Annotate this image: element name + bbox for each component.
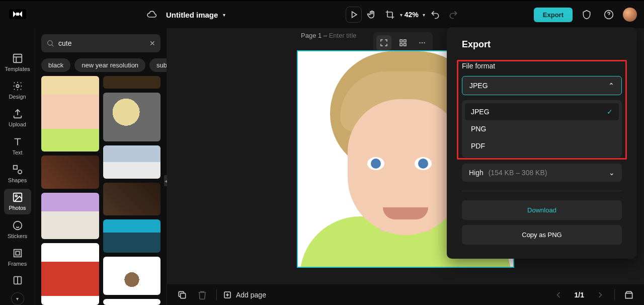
prev-page-icon [550, 287, 567, 303]
rail-label: Frames [8, 261, 27, 267]
suggestion-chips: black new year resolution subscribe [35, 58, 167, 76]
next-page-icon [592, 287, 608, 303]
photo-thumb[interactable] [103, 76, 161, 89]
chevron-down-icon: ▾ [223, 12, 225, 18]
crop-chevron-icon[interactable]: ▾ [400, 12, 403, 18]
app-logo[interactable] [9, 7, 26, 21]
chevron-up-icon: ⌃ [608, 82, 614, 90]
photo-thumb[interactable] [103, 257, 161, 295]
export-panel: Export File format JPEG ⌃ JPEG ✓ PNG PDF… [447, 27, 637, 259]
crop-tool-icon[interactable] [382, 7, 398, 23]
chip[interactable]: new year resolution [74, 58, 145, 72]
rail-templates[interactable]: Templates [4, 49, 31, 75]
svg-rect-4 [13, 54, 22, 62]
photo-grid [35, 76, 167, 305]
doc-title-text: Untitled image [166, 11, 218, 19]
format-option-pdf[interactable]: PDF [465, 137, 619, 155]
svg-rect-8 [13, 166, 17, 169]
rail-design[interactable]: Design [4, 77, 31, 103]
rail-upload[interactable]: Upload [4, 105, 31, 131]
undo-icon[interactable] [427, 7, 443, 23]
play-icon[interactable] [346, 7, 362, 23]
bottom-bar: Add page 1/1 [167, 284, 644, 305]
svg-rect-20 [404, 40, 407, 42]
svg-rect-19 [400, 40, 403, 42]
quality-label: High [469, 169, 484, 177]
fullscreen-icon[interactable] [376, 35, 391, 50]
rail-more-tool[interactable] [4, 272, 31, 288]
photo-thumb[interactable] [41, 243, 99, 305]
grid-view-icon[interactable] [395, 35, 411, 50]
format-option-png[interactable]: PNG [465, 120, 619, 137]
rail-label: Templates [5, 66, 30, 72]
top-toolbar: Untitled image ▾ ▾ 42% ▾ [0, 0, 644, 28]
layers-panel-icon[interactable] [621, 287, 637, 303]
help-icon[interactable] [601, 7, 617, 23]
clear-search-icon[interactable]: ✕ [149, 39, 155, 47]
option-label: JPEG [471, 108, 490, 116]
rail-shapes[interactable]: Shapes [4, 161, 31, 186]
rail-text[interactable]: Text [4, 133, 31, 159]
photo-thumb[interactable] [41, 156, 99, 189]
option-label: PNG [471, 125, 486, 133]
user-avatar[interactable] [623, 8, 637, 22]
rail-more-button[interactable]: ▾ [11, 292, 24, 305]
left-rail: Templates Design Upload Text Shapes Phot… [0, 28, 35, 305]
format-option-jpeg[interactable]: JPEG ✓ [465, 103, 619, 120]
rail-label: Stickers [8, 233, 27, 239]
page-indicator: Page 1 – [301, 32, 327, 39]
rail-label: Upload [9, 121, 26, 127]
svg-point-7 [16, 85, 19, 88]
zoom-level[interactable]: 42% [405, 11, 419, 19]
search-input[interactable] [54, 39, 149, 47]
chevron-down-icon: ▾ [16, 296, 19, 301]
zoom-chevron-icon[interactable]: ▾ [423, 12, 425, 18]
quality-detail: (154 KB – 308 KB) [489, 169, 547, 177]
copy-png-button[interactable]: Copy as PNG [462, 225, 622, 245]
delete-page-icon [194, 287, 210, 303]
rail-label: Photos [9, 205, 26, 211]
file-format-label: File format [462, 62, 622, 70]
photo-thumb[interactable] [103, 299, 161, 305]
redo-icon [445, 7, 461, 23]
svg-rect-21 [400, 44, 403, 46]
svg-rect-14 [16, 252, 19, 255]
svg-line-18 [52, 45, 53, 46]
file-format-select[interactable]: JPEG ⌃ [462, 76, 622, 95]
chip[interactable]: black [41, 58, 70, 72]
svg-rect-13 [14, 250, 21, 257]
photo-thumb[interactable] [103, 93, 161, 141]
rail-frames[interactable]: Frames [4, 244, 31, 270]
hand-tool-icon[interactable] [364, 7, 380, 23]
duplicate-page-icon[interactable] [174, 287, 190, 303]
page-count: 1/1 [575, 291, 584, 299]
svg-point-11 [15, 195, 17, 197]
shield-icon[interactable] [579, 7, 595, 23]
svg-point-12 [13, 221, 22, 230]
chip[interactable]: subscribe [149, 58, 167, 72]
add-page-button[interactable]: Add page [223, 290, 266, 299]
photo-thumb[interactable] [103, 183, 161, 215]
svg-point-24 [422, 42, 423, 43]
rail-label: Shapes [8, 177, 27, 183]
photo-thumb[interactable] [41, 76, 99, 151]
rail-label: Text [12, 149, 22, 156]
svg-point-9 [18, 170, 21, 174]
photo-thumb[interactable] [41, 193, 99, 239]
quality-select[interactable]: High (154 KB – 308 KB) ⌄ [462, 164, 622, 182]
rail-stickers[interactable]: Stickers [4, 216, 31, 242]
svg-point-25 [424, 42, 425, 43]
export-button[interactable]: Export [534, 8, 573, 22]
photo-thumb[interactable] [103, 219, 161, 252]
cloud-sync-icon[interactable] [144, 7, 160, 23]
doc-title[interactable]: Untitled image ▾ [166, 11, 225, 19]
more-options-icon[interactable] [415, 35, 430, 50]
page-title-input[interactable]: Enter title [329, 32, 357, 39]
svg-point-17 [48, 41, 52, 45]
rail-photos[interactable]: Photos [4, 189, 31, 214]
download-button[interactable]: Download [462, 200, 622, 220]
side-panel: ✕ black new year resolution subscribe [35, 28, 167, 305]
svg-rect-1 [16, 13, 19, 16]
photo-thumb[interactable] [103, 145, 161, 178]
search-bar: ✕ [41, 34, 160, 52]
